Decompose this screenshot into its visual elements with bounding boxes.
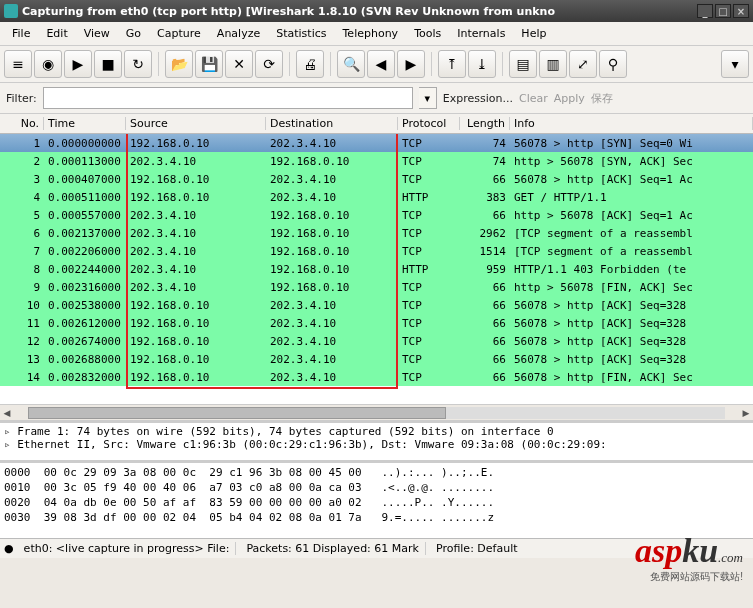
menu-telephony[interactable]: Telephony <box>335 24 407 43</box>
apply-button[interactable]: Apply <box>554 92 585 105</box>
scroll-track[interactable] <box>28 407 725 419</box>
goto-first-button[interactable]: ⤒ <box>438 50 466 78</box>
refresh-button[interactable]: ⟳ <box>255 50 283 78</box>
capture-stop-icon: ■ <box>101 56 114 72</box>
packet-row[interactable]: 90.002316000202.3.4.10192.168.0.10TCP66h… <box>0 278 753 296</box>
packet-details[interactable]: Frame 1: 74 bytes on wire (592 bits), 74… <box>0 420 753 460</box>
cell-time: 0.000407000 <box>44 173 126 186</box>
cell-src: 202.3.4.10 <box>126 263 266 276</box>
packet-row[interactable]: 140.002832000192.168.0.10202.3.4.10TCP66… <box>0 368 753 386</box>
cell-len: 959 <box>460 263 510 276</box>
col-length[interactable]: Length <box>460 117 510 130</box>
cell-dst: 192.168.0.10 <box>266 245 398 258</box>
h-scrollbar[interactable]: ◀ ▶ <box>0 404 753 420</box>
filter-input[interactable] <box>43 87 413 109</box>
goto-last-icon: ⤓ <box>476 56 488 72</box>
toolbar-overflow[interactable]: ▾ <box>721 50 749 78</box>
cell-len: 66 <box>460 371 510 384</box>
packet-list-header: No. Time Source Destination Protocol Len… <box>0 114 753 134</box>
packet-row[interactable]: 50.000557000202.3.4.10192.168.0.10TCP66h… <box>0 206 753 224</box>
packet-row[interactable]: 10.000000000192.168.0.10202.3.4.10TCP745… <box>0 134 753 152</box>
detail-frame[interactable]: Frame 1: 74 bytes on wire (592 bits), 74… <box>4 425 749 438</box>
packet-bytes[interactable]: 0000 00 0c 29 09 3a 08 00 0c 29 c1 96 3b… <box>0 460 753 538</box>
packet-row[interactable]: 100.002538000192.168.0.10202.3.4.10TCP66… <box>0 296 753 314</box>
device-list-button[interactable]: ≡ <box>4 50 32 78</box>
cell-info: http > 56078 [SYN, ACK] Sec <box>510 155 753 168</box>
device-button[interactable]: ◉ <box>34 50 62 78</box>
packet-row[interactable]: 60.002137000202.3.4.10192.168.0.10TCP296… <box>0 224 753 242</box>
menu-edit[interactable]: Edit <box>38 24 75 43</box>
save-button[interactable]: 💾 <box>195 50 223 78</box>
scroll-right-icon[interactable]: ▶ <box>739 406 753 420</box>
packet-row[interactable]: 130.002688000192.168.0.10202.3.4.10TCP66… <box>0 350 753 368</box>
packet-row[interactable]: 70.002206000202.3.4.10192.168.0.10TCP151… <box>0 242 753 260</box>
packet-row[interactable]: 30.000407000192.168.0.10202.3.4.10TCP665… <box>0 170 753 188</box>
clear-button[interactable]: Clear <box>519 92 548 105</box>
menu-analyze[interactable]: Analyze <box>209 24 268 43</box>
open-button[interactable]: 📂 <box>165 50 193 78</box>
col-source[interactable]: Source <box>126 117 266 130</box>
cell-proto: TCP <box>398 155 460 168</box>
col-destination[interactable]: Destination <box>266 117 398 130</box>
menu-internals[interactable]: Internals <box>449 24 513 43</box>
col-time[interactable]: Time <box>44 117 126 130</box>
app-icon <box>4 4 18 18</box>
goto-first-icon: ⤒ <box>446 56 458 72</box>
packet-list[interactable]: 10.000000000192.168.0.10202.3.4.10TCP745… <box>0 134 753 404</box>
menu-tools[interactable]: Tools <box>406 24 449 43</box>
prev-button[interactable]: ◀ <box>367 50 395 78</box>
print-button[interactable]: 🖨 <box>296 50 324 78</box>
scroll-thumb[interactable] <box>28 407 446 419</box>
menu-help[interactable]: Help <box>513 24 554 43</box>
menu-go[interactable]: Go <box>118 24 149 43</box>
cell-info: 56078 > http [ACK] Seq=328 <box>510 353 753 366</box>
scroll-left-icon[interactable]: ◀ <box>0 406 14 420</box>
packet-row[interactable]: 80.002244000202.3.4.10192.168.0.10HTTP95… <box>0 260 753 278</box>
expression-link[interactable]: Expression... <box>443 92 513 105</box>
cell-proto: TCP <box>398 299 460 312</box>
capture-stop-button[interactable]: ■ <box>94 50 122 78</box>
cell-dst: 202.3.4.10 <box>266 353 398 366</box>
cell-time: 0.002612000 <box>44 317 126 330</box>
cell-src: 192.168.0.10 <box>126 353 266 366</box>
auto-scroll-button[interactable]: ▥ <box>539 50 567 78</box>
auto-scroll-icon: ▥ <box>546 56 559 72</box>
colorize-button[interactable]: ▤ <box>509 50 537 78</box>
menu-view[interactable]: View <box>76 24 118 43</box>
cell-dst: 192.168.0.10 <box>266 281 398 294</box>
cell-len: 66 <box>460 353 510 366</box>
minimize-button[interactable]: _ <box>697 4 713 18</box>
cell-no: 1 <box>0 137 44 150</box>
packet-row[interactable]: 20.000113000202.3.4.10192.168.0.10TCP74h… <box>0 152 753 170</box>
title-bar: Capturing from eth0 (tcp port http) [Wir… <box>0 0 753 22</box>
menu-statistics[interactable]: Statistics <box>268 24 334 43</box>
resize-button[interactable]: ⤢ <box>569 50 597 78</box>
packet-row[interactable]: 40.000511000192.168.0.10202.3.4.10HTTP38… <box>0 188 753 206</box>
window-title: Capturing from eth0 (tcp port http) [Wir… <box>22 5 695 18</box>
cell-time: 0.002244000 <box>44 263 126 276</box>
close-button[interactable]: ✕ <box>225 50 253 78</box>
menu-capture[interactable]: Capture <box>149 24 209 43</box>
col-protocol[interactable]: Protocol <box>398 117 460 130</box>
maximize-button[interactable]: □ <box>715 4 731 18</box>
col-no[interactable]: No. <box>0 117 44 130</box>
col-info[interactable]: Info <box>510 117 753 130</box>
cell-time: 0.000557000 <box>44 209 126 222</box>
goto-last-button[interactable]: ⤓ <box>468 50 496 78</box>
save-button[interactable]: 保存 <box>591 91 613 106</box>
next-button[interactable]: ▶ <box>397 50 425 78</box>
packet-row[interactable]: 120.002674000192.168.0.10202.3.4.10TCP66… <box>0 332 753 350</box>
capture-start-button[interactable]: ▶ <box>64 50 92 78</box>
packet-row[interactable]: 110.002612000192.168.0.10202.3.4.10TCP66… <box>0 314 753 332</box>
cell-src: 202.3.4.10 <box>126 245 266 258</box>
filter-dropdown[interactable]: ▾ <box>419 87 437 109</box>
zoom-button[interactable]: ⚲ <box>599 50 627 78</box>
cell-dst: 192.168.0.10 <box>266 209 398 222</box>
find-button[interactable]: 🔍 <box>337 50 365 78</box>
detail-ethernet[interactable]: Ethernet II, Src: Vmware c1:96:3b (00:0c… <box>4 438 749 451</box>
filter-bar: Filter: ▾ Expression... Clear Apply 保存 <box>0 83 753 114</box>
close-button[interactable]: × <box>733 4 749 18</box>
cell-proto: TCP <box>398 209 460 222</box>
capture-restart-button[interactable]: ↻ <box>124 50 152 78</box>
menu-file[interactable]: File <box>4 24 38 43</box>
